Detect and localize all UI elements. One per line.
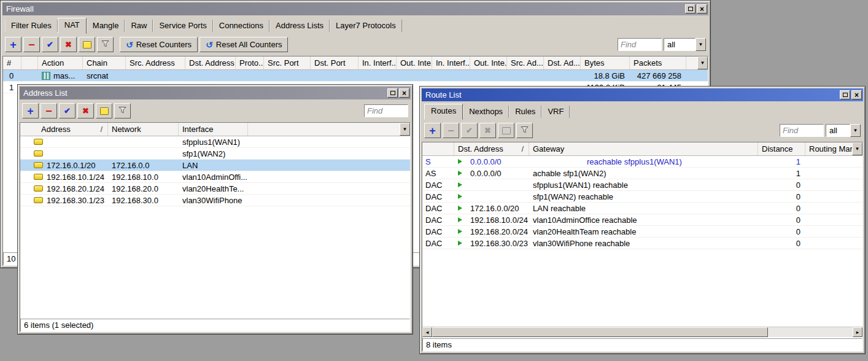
column-header-packets[interactable]: Packets: [630, 56, 686, 69]
column-header-address[interactable]: Address/: [20, 123, 108, 136]
maximize-button[interactable]: [387, 88, 398, 98]
table-row[interactable]: 192.168.10.1/24192.168.10.0vlan10AdminOf…: [20, 171, 410, 183]
tab-layer7-protocols[interactable]: Layer7 Protocols: [330, 20, 402, 32]
remove-button[interactable]: −: [443, 123, 459, 138]
cell-empty: [311, 70, 358, 81]
column-header-distance[interactable]: Distance: [758, 142, 805, 155]
tab-nexthops[interactable]: Nexthops: [463, 106, 509, 118]
table-row[interactable]: S0.0.0.0/0reachable sfpplus1(WAN1)1: [422, 156, 862, 168]
reset-counters-button[interactable]: ↺ Reset Counters: [120, 37, 198, 52]
tab-service-ports[interactable]: Service Ports: [153, 20, 212, 32]
tab-nat[interactable]: NAT: [58, 18, 87, 34]
column-label: Out. Inte...: [474, 58, 507, 68]
table-row[interactable]: 172.16.0.1/20172.16.0.0LAN: [20, 160, 410, 171]
enable-button[interactable]: ✔: [59, 103, 76, 118]
column-header-in-interf[interactable]: In. Interf...: [358, 56, 397, 69]
toolbar-icon-group: +−✔✖: [22, 103, 131, 118]
dropdown-arrow-icon[interactable]: ▼: [696, 38, 706, 51]
table-row[interactable]: DAC192.168.30.0/23vlan30WifiPhone reacha…: [422, 238, 862, 249]
maximize-button[interactable]: [840, 90, 850, 99]
table-row[interactable]: sfp1(WAN2): [20, 148, 410, 160]
column-header-icon[interactable]: [21, 56, 38, 69]
scope-dropdown[interactable]: all ▼: [826, 124, 861, 137]
column-header-bytes[interactable]: Bytes: [581, 56, 630, 69]
column-header-out-inte[interactable]: Out. Inte...: [470, 56, 507, 69]
route-list-titlebar[interactable]: Route List ×: [422, 88, 863, 101]
column-header-in-interf[interactable]: In. Interf...: [432, 56, 470, 69]
column-header-out-inte[interactable]: Out. Inte...: [397, 56, 432, 69]
disable-button[interactable]: ✖: [60, 37, 77, 52]
tab-address-lists[interactable]: Address Lists: [269, 20, 330, 32]
table-row[interactable]: sfpplus1(WAN1): [20, 136, 410, 148]
tab-connections[interactable]: Connections: [213, 20, 269, 32]
column-header-action[interactable]: Action: [38, 56, 83, 69]
find-input[interactable]: [618, 38, 662, 51]
column-selector-button[interactable]: ▼: [697, 56, 708, 69]
table-row[interactable]: DACsfp1(WAN2) reachable0: [422, 191, 862, 203]
remove-button[interactable]: −: [23, 37, 40, 52]
comment-button[interactable]: [96, 103, 112, 118]
disable-button[interactable]: ✖: [479, 123, 496, 138]
column-header-icon[interactable]: [422, 142, 454, 155]
column-header-chain[interactable]: Chain: [83, 56, 126, 69]
tab-mangle[interactable]: Mangle: [87, 20, 125, 32]
table-row[interactable]: DAC172.16.0.0/20LAN reachable0: [422, 203, 862, 214]
column-header-gateway[interactable]: Gateway: [529, 142, 758, 155]
comment-button[interactable]: [498, 123, 514, 138]
disable-button[interactable]: ✖: [77, 103, 94, 118]
column-header-dst-address[interactable]: Dst. Address/: [454, 142, 529, 155]
column-header-dst-address[interactable]: Dst. Address: [185, 56, 236, 69]
scrollbar-thumb[interactable]: [432, 327, 768, 337]
table-row[interactable]: AS0.0.0.0/0achable sfp1(WAN2)1: [422, 168, 862, 179]
scope-dropdown[interactable]: all ▼: [664, 38, 706, 51]
find-input[interactable]: [780, 124, 824, 137]
tab-vrf[interactable]: VRF: [541, 106, 570, 118]
add-button[interactable]: +: [5, 37, 21, 52]
tab-raw[interactable]: Raw: [125, 20, 153, 32]
close-button[interactable]: ×: [697, 4, 707, 14]
table-row[interactable]: DAC192.168.20.0/24vlan20HealthTeam reach…: [422, 226, 862, 238]
comment-button[interactable]: [79, 37, 95, 52]
remove-button[interactable]: −: [41, 103, 57, 118]
tab-routes[interactable]: Routes: [424, 104, 463, 120]
column-selector-button[interactable]: ▼: [852, 142, 862, 155]
column-header-blank[interactable]: #: [3, 56, 21, 69]
firewall-titlebar[interactable]: Firewall ×: [2, 2, 708, 15]
comment-icon: [83, 41, 91, 49]
filter-button[interactable]: [97, 37, 114, 52]
filter-button[interactable]: [114, 103, 131, 118]
table-row[interactable]: 0mas...srcnat18.8 GiB427 669 258: [3, 70, 708, 82]
column-header-network[interactable]: Network: [108, 123, 179, 136]
table-row[interactable]: 192.168.20.1/24192.168.20.0vlan20HealthT…: [20, 183, 410, 195]
scrollbar-track[interactable]: [768, 327, 853, 337]
column-header-src-address[interactable]: Src. Address: [126, 56, 185, 69]
close-button[interactable]: ×: [399, 88, 409, 98]
column-header-proto[interactable]: Proto...: [236, 56, 264, 69]
column-header-dst-ad[interactable]: Dst. Ad...: [544, 56, 581, 69]
tab-filter-rules[interactable]: Filter Rules: [5, 20, 58, 32]
reset-all-counters-button[interactable]: ↺ Reset All Counters: [200, 37, 288, 52]
enable-button[interactable]: ✔: [461, 123, 478, 138]
close-button[interactable]: ×: [851, 90, 862, 99]
filter-button[interactable]: [516, 123, 533, 138]
column-header-interface[interactable]: Interface: [179, 123, 248, 136]
column-header-src-ad[interactable]: Src. Ad...: [507, 56, 544, 69]
tab-rules[interactable]: Rules: [509, 106, 541, 118]
find-input[interactable]: [364, 104, 408, 117]
enable-button[interactable]: ✔: [42, 37, 58, 52]
column-selector-button[interactable]: ▼: [400, 123, 410, 136]
table-row[interactable]: 192.168.30.1/23192.168.30.0vlan30WifiPho…: [20, 195, 410, 206]
column-header-src-port[interactable]: Src. Port: [264, 56, 311, 69]
add-button[interactable]: +: [424, 123, 441, 138]
column-header-dst-port[interactable]: Dst. Port: [311, 56, 358, 69]
address-list-titlebar[interactable]: Address List ×: [20, 87, 411, 99]
scroll-left-button[interactable]: ◂: [422, 327, 432, 337]
table-row[interactable]: DACsfpplus1(WAN1) reachable0: [422, 179, 862, 191]
dropdown-arrow-icon[interactable]: ▼: [850, 124, 861, 137]
action-label: mas...: [53, 71, 75, 80]
horizontal-scrollbar[interactable]: ◂ ▸: [422, 327, 862, 337]
table-row[interactable]: DAC192.168.10.0/24vlan10AdminOffice reac…: [422, 214, 862, 226]
maximize-button[interactable]: [685, 4, 696, 14]
scroll-right-button[interactable]: ▸: [853, 327, 862, 337]
add-button[interactable]: +: [22, 103, 39, 118]
